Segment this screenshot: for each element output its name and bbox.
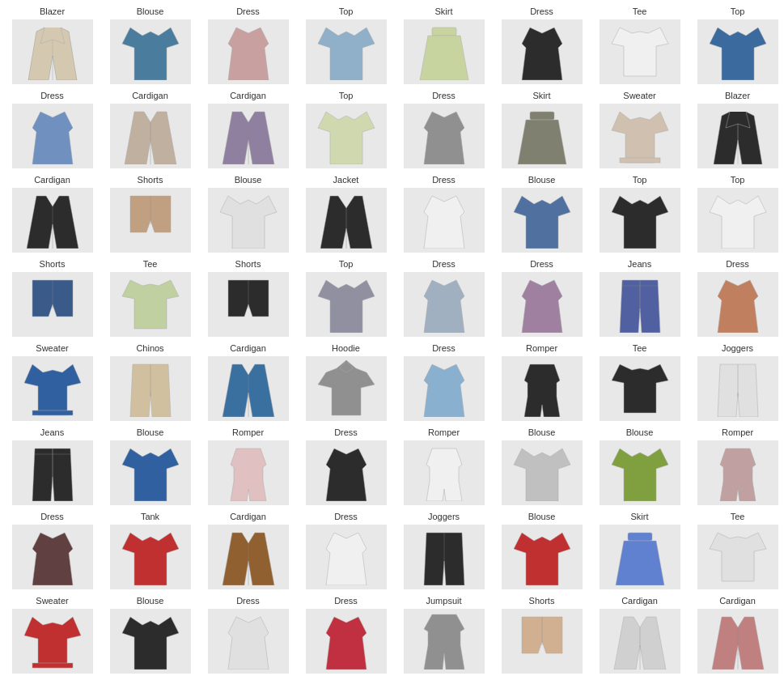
clothing-item[interactable]: Sweater (591, 87, 689, 172)
clothing-item[interactable]: Cardigan (101, 87, 199, 172)
clothing-item[interactable]: Cardigan (199, 508, 297, 593)
item-image (12, 19, 93, 84)
item-image (600, 19, 680, 84)
clothing-item[interactable]: Top (689, 3, 784, 87)
clothing-item[interactable]: Shorts (199, 256, 297, 340)
clothing-item[interactable]: Cardigan (199, 340, 297, 424)
item-label: Cardigan (719, 596, 756, 606)
svg-rect-5 (620, 158, 660, 163)
clothing-item[interactable]: Blouse (101, 593, 199, 677)
clothing-item[interactable]: Dress (199, 593, 297, 677)
item-label: Jumpsuit (426, 596, 461, 606)
clothing-item[interactable]: Dress (689, 256, 784, 340)
clothing-item[interactable]: Chinos (101, 340, 199, 424)
clothing-item[interactable]: Blazer (3, 3, 101, 87)
clothing-item[interactable]: Cardigan (3, 172, 101, 256)
clothing-item[interactable]: Romper (493, 340, 591, 424)
clothing-item[interactable]: Skirt (493, 87, 591, 172)
item-image (697, 19, 778, 84)
item-label: Skirt (631, 512, 649, 521)
clothing-item[interactable]: Dress (493, 3, 591, 87)
item-label: Joggers (722, 343, 753, 353)
item-image (306, 609, 387, 674)
clothing-item[interactable]: Cardigan (591, 593, 689, 677)
item-label: Blouse (528, 427, 556, 437)
clothing-item[interactable]: Shorts (3, 256, 101, 340)
clothing-item[interactable]: Top (297, 256, 395, 340)
clothing-item[interactable]: Cardigan (199, 87, 297, 172)
clothing-item[interactable]: Skirt (395, 3, 493, 87)
clothing-item[interactable]: Blouse (591, 424, 689, 508)
clothing-item[interactable]: Dress (395, 172, 493, 256)
clothing-item[interactable]: Joggers (395, 508, 493, 593)
clothing-item[interactable]: Top (297, 3, 395, 87)
clothing-item[interactable]: Jumpsuit (395, 593, 493, 677)
clothing-item[interactable]: Tee (689, 508, 784, 593)
clothing-item[interactable]: Blouse (493, 172, 591, 256)
clothing-item[interactable]: Hoodie (297, 340, 395, 424)
item-image (12, 356, 93, 421)
clothing-item[interactable]: Dress (297, 593, 395, 677)
item-image (306, 440, 387, 505)
clothing-item[interactable]: Joggers (689, 340, 784, 424)
item-label: Chinos (136, 343, 163, 353)
clothing-item[interactable]: Romper (199, 424, 297, 508)
clothing-item[interactable]: Blouse (493, 508, 591, 593)
clothing-item[interactable]: Tank (101, 508, 199, 593)
item-label: Top (731, 175, 745, 185)
clothing-item[interactable]: Dress (493, 256, 591, 340)
clothing-item[interactable]: Romper (395, 424, 493, 508)
clothing-item[interactable]: Blouse (493, 424, 591, 508)
item-image (404, 188, 485, 253)
clothing-item[interactable]: Top (689, 172, 784, 256)
clothing-item[interactable]: Dress (3, 508, 101, 593)
clothing-item[interactable]: Blouse (101, 3, 199, 87)
clothing-grid: Blazer Blouse Dress Top Skirt Dress Tee … (0, 0, 784, 680)
clothing-item[interactable]: Blouse (199, 172, 297, 256)
clothing-item[interactable]: Shorts (493, 593, 591, 677)
item-label: Dress (726, 259, 749, 269)
item-label: Skirt (435, 6, 453, 16)
item-label: Dress (432, 91, 456, 100)
clothing-item[interactable]: Dress (3, 87, 101, 172)
item-label: Blouse (137, 596, 164, 606)
item-label: Tank (141, 512, 159, 521)
clothing-item[interactable]: Dress (297, 508, 395, 593)
clothing-item[interactable]: Jeans (3, 424, 101, 508)
item-label: Romper (526, 343, 557, 353)
item-label: Cardigan (132, 91, 168, 100)
item-image (12, 525, 93, 589)
item-label: Hoodie (332, 343, 360, 353)
item-image (502, 272, 583, 337)
clothing-item[interactable]: Skirt (591, 508, 689, 593)
clothing-item[interactable]: Tee (591, 3, 689, 87)
item-image (12, 272, 93, 337)
clothing-item[interactable]: Tee (591, 340, 689, 424)
clothing-item[interactable]: Top (297, 87, 395, 172)
item-label: Shorts (529, 596, 555, 606)
clothing-item[interactable]: Romper (689, 424, 784, 508)
item-label: Dress (334, 427, 358, 437)
item-label: Jacket (333, 175, 359, 185)
item-image (404, 440, 485, 505)
item-image (502, 104, 583, 168)
clothing-item[interactable]: Jeans (591, 256, 689, 340)
item-image (404, 19, 485, 84)
clothing-item[interactable]: Shorts (101, 172, 199, 256)
clothing-item[interactable]: Dress (395, 87, 493, 172)
item-label: Cardigan (621, 596, 658, 606)
clothing-item[interactable]: Cardigan (689, 593, 784, 677)
clothing-item[interactable]: Dress (297, 424, 395, 508)
clothing-item[interactable]: Dress (199, 3, 297, 87)
clothing-item[interactable]: Blazer (689, 87, 784, 172)
clothing-item[interactable]: Sweater (3, 340, 101, 424)
item-label: Dress (40, 91, 64, 100)
clothing-item[interactable]: Jacket (297, 172, 395, 256)
clothing-item[interactable]: Sweater (3, 593, 101, 677)
clothing-item[interactable]: Blouse (101, 424, 199, 508)
clothing-item[interactable]: Dress (395, 256, 493, 340)
clothing-item[interactable]: Tee (101, 256, 199, 340)
item-label: Sweater (623, 91, 655, 100)
clothing-item[interactable]: Top (591, 172, 689, 256)
clothing-item[interactable]: Dress (395, 340, 493, 424)
